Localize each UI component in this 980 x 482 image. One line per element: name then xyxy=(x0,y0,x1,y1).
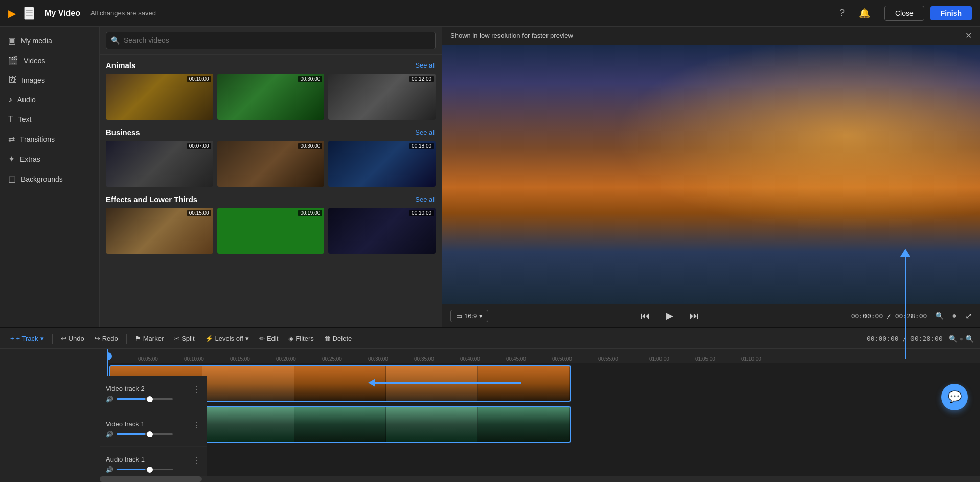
animal-thumb-1[interactable]: 00:30:00 xyxy=(217,74,325,120)
ruler-mark-6: 00:35:00 xyxy=(414,356,434,362)
sidebar-item-transitions[interactable]: ⇄ Transitions xyxy=(0,129,99,149)
table-row xyxy=(107,404,980,445)
extras-icon: ✦ xyxy=(8,154,15,164)
time-display: 00:00:00 / 00:28:00 xyxy=(851,312,927,320)
zoom-out-button[interactable]: 🔍 xyxy=(949,335,958,343)
sidebar-item-videos[interactable]: 🎬 Videos xyxy=(0,51,99,71)
backgrounds-icon: ◫ xyxy=(8,174,16,184)
sidebar: ▣ My media 🎬 Videos 🖼 Images ♪ Audio T xyxy=(0,27,100,327)
scrollbar-thumb[interactable] xyxy=(100,476,202,482)
chat-fab-button[interactable]: 💬 xyxy=(941,384,968,410)
marker-label: Marker xyxy=(143,335,164,342)
video-track-1-menu[interactable]: ⋮ xyxy=(192,420,200,430)
animal-thumb-0[interactable]: 00:10:00 xyxy=(106,74,213,120)
sidebar-item-text[interactable]: T Text xyxy=(0,109,99,129)
search-input[interactable] xyxy=(106,32,436,49)
sidebar-item-extras[interactable]: ✦ Extras xyxy=(0,149,99,169)
split-button[interactable]: ✂ Split xyxy=(170,333,198,344)
frame xyxy=(202,407,294,442)
ruler-mark-3: 00:20:00 xyxy=(276,356,296,362)
filters-button[interactable]: ◈ Filters xyxy=(284,333,317,344)
filters-label: Filters xyxy=(295,335,313,342)
animals-section: Animals See all 00:10:00 00:30:00 00: xyxy=(106,61,436,120)
preview-panel: Shown in low resolution for faster previ… xyxy=(442,27,980,327)
play-button[interactable]: ▶ xyxy=(662,308,677,323)
duration-badge: 00:07:00 xyxy=(187,143,211,149)
redo-button[interactable]: ↪ Redo xyxy=(90,333,122,344)
animals-title: Animals xyxy=(106,61,135,70)
zoom-search-button[interactable]: 🔍 xyxy=(965,335,974,343)
levels-off-button[interactable]: ⚡ Levels off ▾ xyxy=(201,333,253,344)
preview-notice-close[interactable]: ✕ xyxy=(965,31,972,40)
ruler-mark-11: 01:00:00 xyxy=(649,356,669,362)
video-track-1-label: Video track 1 ⋮ 🔊 xyxy=(100,411,207,447)
animals-header: Animals See all xyxy=(106,61,436,70)
duration-badge: 00:12:00 xyxy=(409,76,434,82)
video-track-2-volume[interactable] xyxy=(117,398,173,400)
business-thumb-2[interactable]: 00:18:00 xyxy=(328,141,436,187)
business-see-all[interactable]: See all xyxy=(415,128,436,136)
sidebar-item-label: Text xyxy=(18,115,32,123)
zoom-in-button[interactable]: 🔍 xyxy=(935,312,944,320)
ruler-mark-4: 00:25:00 xyxy=(322,356,342,362)
animal-thumb-2[interactable]: 00:12:00 xyxy=(328,74,436,120)
marker-button[interactable]: ⚑ Marker xyxy=(131,333,168,344)
notifications-button[interactable]: 🔔 xyxy=(855,6,874,21)
arrow-line xyxy=(375,382,521,384)
images-icon: 🖼 xyxy=(8,76,16,85)
audio-track-1-menu[interactable]: ⋮ xyxy=(192,455,200,465)
track-label: + Track xyxy=(16,335,38,342)
duration-badge: 00:10:00 xyxy=(409,210,434,216)
search-bar: 🔍 xyxy=(100,27,442,55)
edit-button[interactable]: ✏ Edit xyxy=(255,333,282,344)
video-track-2-menu[interactable]: ⋮ xyxy=(192,385,200,395)
track-name: Video track 1 xyxy=(106,420,145,428)
effects-thumb-1[interactable]: 00:19:00 xyxy=(217,208,325,254)
skip-back-button[interactable]: ⏮ xyxy=(636,309,654,323)
aspect-ratio-button[interactable]: ▭ 16:9 ▾ xyxy=(450,310,488,322)
volume-icon: 🔊 xyxy=(106,396,113,403)
marker-icon: ⚑ xyxy=(135,335,141,342)
finish-button[interactable]: Finish xyxy=(930,6,972,20)
close-button[interactable]: Close xyxy=(884,6,924,21)
track-name: Audio track 1 xyxy=(106,455,145,463)
effects-see-all[interactable]: See all xyxy=(415,195,436,203)
volume-icon: 🔊 xyxy=(106,431,113,438)
animals-see-all[interactable]: See all xyxy=(415,61,436,69)
business-thumb-0[interactable]: 00:07:00 xyxy=(106,141,213,187)
delete-label: Delete xyxy=(333,335,352,342)
timeline-scrollbar[interactable] xyxy=(100,476,980,482)
audio-track-1-volume[interactable] xyxy=(117,469,173,470)
expand-button[interactable]: ⤢ xyxy=(965,311,972,321)
sidebar-item-images[interactable]: 🖼 Images xyxy=(0,71,99,90)
media-scroll: Animals See all 00:10:00 00:30:00 00: xyxy=(100,55,442,327)
sidebar-item-backgrounds[interactable]: ◫ Backgrounds xyxy=(0,169,99,189)
delete-button[interactable]: 🗑 Delete xyxy=(320,333,356,344)
topbar: ▶ ☰ My Video All changes are saved ? 🔔 C… xyxy=(0,0,980,27)
transitions-icon: ⇄ xyxy=(8,134,15,144)
undo-label: Undo xyxy=(69,335,84,342)
animals-grid: 00:10:00 00:30:00 00:12:00 xyxy=(106,74,436,120)
preview-video xyxy=(442,45,980,304)
effects-thumb-2[interactable]: 00:10:00 xyxy=(328,208,436,254)
track-labels-header xyxy=(0,349,107,482)
ruler-mark-13: 01:10:00 xyxy=(741,356,761,362)
preview-notice: Shown in low resolution for faster previ… xyxy=(442,27,980,45)
hamburger-menu[interactable]: ☰ xyxy=(24,7,34,20)
arrow-head xyxy=(368,379,375,387)
video-track-1-volume[interactable] xyxy=(117,433,173,435)
sidebar-item-audio[interactable]: ♪ Audio xyxy=(0,90,99,109)
delete-icon: 🗑 xyxy=(324,335,331,342)
help-button[interactable]: ? xyxy=(835,6,849,20)
frame xyxy=(294,407,386,442)
add-track-button[interactable]: + + Track ▾ xyxy=(6,333,48,344)
video-track-1-content[interactable] xyxy=(107,404,980,445)
effects-thumb-0[interactable]: 00:15:00 xyxy=(106,208,213,254)
toolbar-separator xyxy=(52,334,53,344)
skip-forward-button[interactable]: ⏭ xyxy=(686,309,703,323)
video-track-2-content[interactable] xyxy=(107,363,980,404)
business-thumb-1[interactable]: 00:30:00 xyxy=(217,141,325,187)
undo-button[interactable]: ↩ Undo xyxy=(57,333,88,344)
sidebar-item-my-media[interactable]: ▣ My media xyxy=(0,31,99,51)
business-grid: 00:07:00 00:30:00 00:18:00 xyxy=(106,141,436,187)
